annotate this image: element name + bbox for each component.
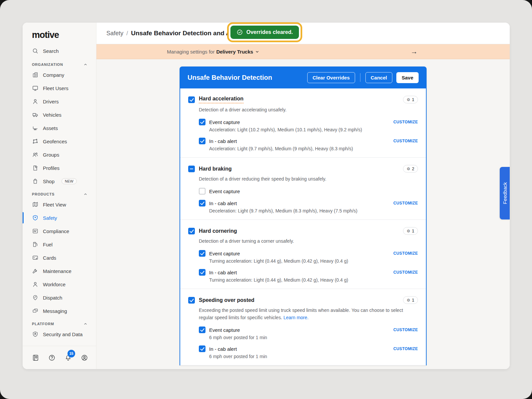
help-icon[interactable] <box>48 354 56 361</box>
success-toast: Overrides cleared. <box>230 26 299 39</box>
sidebar-item-vehicles[interactable]: Vehicles <box>23 108 96 121</box>
sidebar-group-platform[interactable]: PLATFORM <box>23 318 96 328</box>
truck-icon <box>32 111 39 118</box>
breadcrumb-separator: / <box>126 30 128 37</box>
sidebar-item-search[interactable]: Search <box>23 44 96 58</box>
sidebar-item-safety[interactable]: Safety <box>23 211 96 224</box>
managing-settings-selector[interactable]: Managing settings for Delivery Trucks <box>167 44 260 59</box>
panel-title: Unsafe Behavior Detection <box>188 74 303 81</box>
sub-setting-label: In - cab alert <box>209 138 237 144</box>
sub-setting-detail: Turning acceleration: Light (0.44 g), Me… <box>209 277 418 283</box>
sub-setting-detail: Turning acceleration: Light (0.44 g), Me… <box>209 258 418 264</box>
sidebar-item-shop[interactable]: Shop NEW <box>23 175 96 188</box>
event-capture-checkbox[interactable] <box>199 188 205 195</box>
chevron-up-icon <box>83 63 87 66</box>
sub-setting-detail: Acceleration: Light (10.2 mph/s), Medium… <box>209 127 418 132</box>
sidebar-group-organization[interactable]: ORGANIZATION <box>23 58 96 68</box>
section-description: Detection of a driver turning a corner u… <box>199 237 413 245</box>
chart-icon <box>32 228 39 234</box>
customize-link[interactable]: CUSTOMIZE <box>393 120 418 124</box>
override-count-badge[interactable]: ⚙2 <box>403 165 418 173</box>
breadcrumb-section[interactable]: Safety <box>106 30 123 37</box>
sidebar-item-security-and-data[interactable]: Security and Data <box>23 328 96 341</box>
event-capture-checkbox[interactable] <box>199 119 205 125</box>
banner-arrow-icon[interactable]: → <box>411 44 418 59</box>
sidebar-footer: 15 <box>23 346 96 369</box>
account-icon[interactable] <box>81 354 88 361</box>
sidebar-item-workforce[interactable]: Workforce <box>23 278 96 291</box>
sidebar-item-label: Cards <box>43 255 56 261</box>
sidebar-item-company[interactable]: Company <box>23 68 96 81</box>
hard-braking-checkbox[interactable] <box>188 166 195 172</box>
override-count-badge[interactable]: ⚙1 <box>403 227 418 235</box>
customize-link[interactable]: CUSTOMIZE <box>393 270 418 275</box>
sidebar-item-fleet-users[interactable]: Fleet Users <box>23 81 96 95</box>
sidebar-item-label: Vehicles <box>43 112 62 118</box>
trailer-icon <box>32 125 39 131</box>
toast-message: Overrides cleared. <box>246 29 293 35</box>
group-settings-banner: Managing settings for Delivery Trucks → <box>96 44 510 59</box>
section-description: Exceeding the posted speed limit using t… <box>199 307 413 321</box>
sidebar-item-label: Messaging <box>43 308 67 314</box>
sidebar-item-label: Geofences <box>43 139 67 144</box>
sidebar-item-messaging[interactable]: Messaging <box>23 304 96 318</box>
guide-icon[interactable] <box>32 354 39 361</box>
customize-link[interactable]: CUSTOMIZE <box>393 346 418 351</box>
in-cab-alert-checkbox[interactable] <box>199 345 205 352</box>
sidebar-item-maintenance[interactable]: Maintenance <box>23 264 96 278</box>
sub-setting-detail: Acceleration: Light (9.7 mph/s), Medium … <box>209 146 418 151</box>
sub-setting-label: In - cab alert <box>209 200 237 206</box>
sidebar-item-profiles[interactable]: Profiles <box>23 161 96 175</box>
feedback-tab-label: Feedback <box>502 182 508 204</box>
override-count-badge[interactable]: ⚙1 <box>403 296 418 304</box>
gear-icon: ⚙ <box>407 229 410 233</box>
sidebar-item-dispatch[interactable]: Dispatch <box>23 291 96 304</box>
sidebar-item-groups[interactable]: Groups <box>23 148 96 161</box>
main-content: Safety / Unsafe Behavior Detection and A… <box>96 23 510 369</box>
sidebar-item-assets[interactable]: Assets <box>23 121 96 135</box>
sidebar-item-geofences[interactable]: Geofences <box>23 135 96 148</box>
gear-icon: ⚙ <box>407 167 410 171</box>
customize-link[interactable]: CUSTOMIZE <box>393 201 418 205</box>
sidebar-item-fleet-view[interactable]: Fleet View <box>23 198 96 211</box>
sidebar-group-products[interactable]: PRODUCTS <box>23 188 96 198</box>
notifications-bell-icon[interactable]: 15 <box>65 354 72 361</box>
sub-setting-label: Event capture <box>209 327 240 333</box>
override-count-badge[interactable]: ⚙1 <box>403 96 418 103</box>
event-capture-checkbox[interactable] <box>199 250 205 257</box>
save-button[interactable]: Save <box>396 72 419 83</box>
customize-link[interactable]: CUSTOMIZE <box>393 251 418 256</box>
cancel-button[interactable]: Cancel <box>365 72 392 83</box>
clear-overrides-button[interactable]: Clear Overrides <box>307 72 355 83</box>
person-icon <box>32 98 39 105</box>
sidebar-item-drivers[interactable]: Drivers <box>23 95 96 108</box>
shield-icon <box>32 214 39 221</box>
sidebar-item-cards[interactable]: Cards <box>23 251 96 264</box>
hard-acceleration-checkbox[interactable] <box>188 96 195 103</box>
sidebar-item-label: Maintenance <box>43 268 71 274</box>
sidebar-item-label: Assets <box>43 125 58 131</box>
sidebar-item-label: Security and Data <box>43 332 82 337</box>
sidebar-item-compliance[interactable]: Compliance <box>23 224 96 238</box>
sidebar-item-fuel[interactable]: Fuel <box>23 238 96 251</box>
customize-link[interactable]: CUSTOMIZE <box>393 328 418 332</box>
feedback-tab[interactable]: Feedback <box>500 167 510 219</box>
wrench-icon <box>32 268 39 274</box>
fuel-pump-icon <box>32 241 39 248</box>
motive-logo: motive <box>23 23 96 42</box>
unsafe-behavior-detection-panel: Unsafe Behavior Detection Clear Override… <box>180 66 427 365</box>
in-cab-alert-checkbox[interactable] <box>199 138 205 144</box>
speeding-over-posted-checkbox[interactable] <box>188 297 195 304</box>
event-capture-checkbox[interactable] <box>199 327 205 333</box>
customize-link[interactable]: CUSTOMIZE <box>393 139 418 143</box>
sidebar-nav: Search ORGANIZATION Company Fleet Users … <box>23 42 96 346</box>
in-cab-alert-checkbox[interactable] <box>199 200 205 206</box>
gear-icon: ⚙ <box>407 298 410 302</box>
toast-highlight-ring: Overrides cleared. <box>227 22 302 42</box>
group-name: Delivery Trucks <box>216 49 253 55</box>
hard-cornering-checkbox[interactable] <box>188 228 195 234</box>
learn-more-link[interactable]: Learn more. <box>283 315 308 320</box>
in-cab-alert-checkbox[interactable] <box>199 269 205 276</box>
sub-setting-detail: 6 mph over posted for 1 min <box>209 335 418 340</box>
sidebar-item-label: Dispatch <box>43 295 62 301</box>
